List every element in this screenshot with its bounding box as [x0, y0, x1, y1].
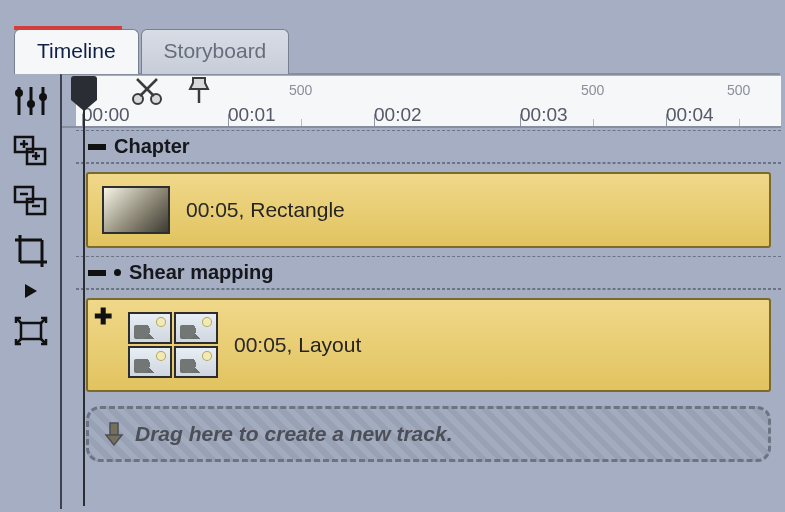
ruler-minor-tick: 500	[727, 82, 750, 98]
clip-rectangle[interactable]: 00:05, Rectangle	[86, 172, 771, 248]
tab-bar: Timeline Storyboard	[14, 29, 291, 74]
scissors-icon	[130, 76, 164, 106]
ruler-major-tick: 00:03	[520, 104, 568, 126]
active-tab-accent	[14, 26, 122, 30]
clip-name: Rectangle	[250, 198, 345, 221]
group-name: Chapter	[114, 135, 190, 158]
clip-thumbnail-rect	[102, 186, 170, 234]
group-name: Shear mapping	[129, 261, 273, 284]
clip-duration: 00:05	[186, 198, 239, 221]
clip-row-chapter: 00:05, Rectangle	[76, 163, 781, 256]
marker-tool[interactable]	[186, 76, 212, 110]
svg-point-3	[15, 89, 23, 97]
clip-name: Layout	[298, 333, 361, 356]
clip-thumbnail-layout	[128, 312, 218, 378]
clip-label: 00:05, Layout	[234, 333, 361, 357]
clip-row-shear: ✚ 00:05, Layout	[76, 289, 781, 400]
marker-pin-icon	[186, 76, 212, 106]
tab-storyboard[interactable]: Storyboard	[141, 29, 290, 74]
svg-point-5	[39, 93, 47, 101]
svg-rect-31	[110, 423, 118, 435]
collapse-icon[interactable]	[88, 270, 106, 276]
fit-button[interactable]	[8, 310, 54, 352]
align-tracks-button[interactable]	[8, 80, 54, 122]
ruler-minor-tick: 500	[581, 82, 604, 98]
svg-marker-20	[25, 284, 37, 298]
play-icon	[22, 282, 40, 300]
group-header-chapter[interactable]: Chapter	[76, 130, 781, 163]
add-track-button[interactable]	[8, 130, 54, 172]
collapse-icon[interactable]	[88, 144, 106, 150]
drop-arrow-icon	[103, 421, 125, 447]
svg-rect-21	[21, 323, 41, 339]
remove-track-icon	[12, 184, 50, 218]
dropzone-text: Drag here to create a new track.	[135, 422, 452, 446]
play-button[interactable]	[8, 280, 54, 302]
clip-layout[interactable]: ✚ 00:05, Layout	[86, 298, 771, 392]
fit-icon	[12, 314, 50, 348]
crop-button[interactable]	[8, 230, 54, 272]
expand-clip-icon[interactable]: ✚	[94, 306, 112, 328]
group-header-shear[interactable]: Shear mapping	[76, 256, 781, 289]
ruler-major-tick: 00:02	[374, 104, 422, 126]
ruler-major-tick: 00:04	[666, 104, 714, 126]
playhead[interactable]	[71, 76, 97, 111]
align-tracks-icon	[13, 84, 49, 118]
svg-point-4	[27, 100, 35, 108]
ruler-major-tick: 00:01	[228, 104, 276, 126]
new-track-dropzone[interactable]: Drag here to create a new track.	[86, 406, 771, 462]
clip-duration: 00:05	[234, 333, 287, 356]
playhead-line	[83, 76, 85, 506]
add-track-icon	[12, 134, 50, 168]
remove-track-button[interactable]	[8, 180, 54, 222]
ruler-minor-tick: 500	[289, 82, 312, 98]
clip-label: 00:05, Rectangle	[186, 198, 345, 222]
tab-timeline[interactable]: Timeline	[14, 29, 139, 74]
crop-icon	[13, 233, 49, 269]
svg-marker-32	[106, 435, 122, 445]
cut-tool[interactable]	[130, 76, 164, 110]
time-ruler[interactable]: 00:0000:0100:0200:0300:04500500500	[76, 76, 781, 128]
timeline-toolbar	[4, 80, 58, 352]
tracks-area: Chapter 00:05, Rectangle Shear mapping ✚	[76, 130, 781, 508]
group-dot-icon	[114, 269, 121, 276]
